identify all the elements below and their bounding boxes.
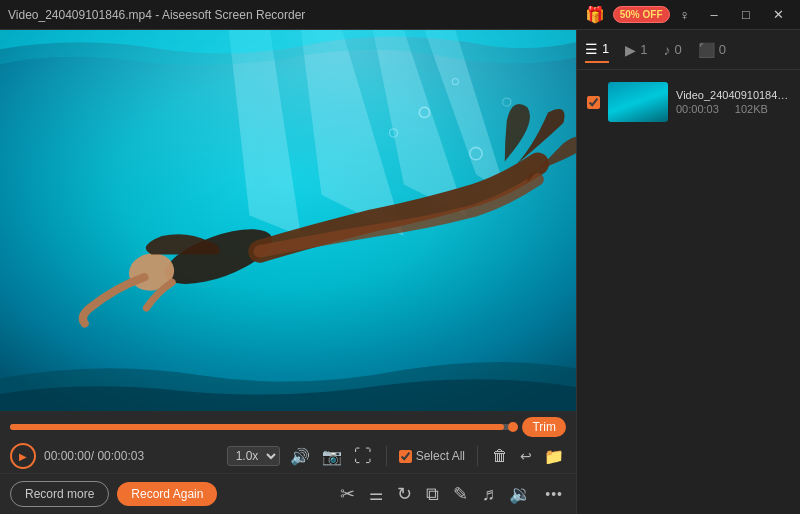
audio-tool-button[interactable]: ♬ (479, 481, 499, 508)
volume-button[interactable]: 🔊 (288, 445, 312, 468)
tab-video[interactable]: ☰ 1 (585, 37, 609, 63)
playback-row: ▶ 00:00:00/ 00:00:03 1.0x 0.5x 1.5x 2.0x… (10, 443, 566, 469)
titlebar-left: Video_240409101846.mp4 - Aiseesoft Scree… (8, 8, 305, 22)
play-icon: ▶ (19, 451, 27, 462)
tab-audio[interactable]: ♪ 0 (663, 38, 681, 62)
select-all-checkbox[interactable] (399, 450, 412, 463)
time-display: 00:00:00/ 00:00:03 (44, 449, 144, 463)
more-icon: ••• (545, 486, 563, 502)
volume-down-icon: 🔉 (509, 483, 531, 505)
rename-icon: ↩ (520, 448, 532, 464)
list-item[interactable]: Video_240409101846.mp4 00:00:03 102KB (583, 76, 794, 128)
delete-button[interactable]: 🗑 (490, 445, 510, 467)
video-area: Trim ▶ 00:00:00/ 00:00:03 1.0x 0.5x 1.5x… (0, 30, 576, 514)
volume-icon: 🔊 (290, 447, 310, 466)
maximize-button[interactable]: □ (732, 4, 760, 26)
underwater-scene (0, 30, 576, 411)
action-row: Record more Record Again ✂ ⚌ ↻ ⧉ ✎ ♬ 🔉 (0, 473, 576, 514)
file-duration: 00:00:03 (676, 103, 719, 115)
close-button[interactable]: ✕ (764, 4, 792, 26)
fullscreen-icon: ⛶ (354, 446, 372, 467)
file-list: Video_240409101846.mp4 00:00:03 102KB (577, 70, 800, 514)
file-name: Video_240409101846.mp4 (676, 89, 790, 101)
file-thumbnail (608, 82, 668, 122)
progress-thumb (508, 422, 518, 432)
speed-select[interactable]: 1.0x 0.5x 1.5x 2.0x (227, 446, 280, 466)
titlebar: Video_240409101846.mp4 - Aiseesoft Scree… (0, 0, 800, 30)
file-info: Video_240409101846.mp4 00:00:03 102KB (676, 89, 790, 115)
tab-audio-icon: ♪ (663, 42, 670, 58)
tab-image-icon: ⬛ (698, 42, 715, 58)
record-more-button[interactable]: Record more (10, 481, 109, 507)
promo-badge[interactable]: 50% OFF (613, 6, 670, 23)
camera-icon: 📷 (322, 447, 342, 466)
file-checkbox[interactable] (587, 96, 600, 109)
edit-icon: ✎ (453, 483, 468, 505)
cut-tool-button[interactable]: ✂ (337, 480, 358, 508)
user-icon[interactable]: ♀ (680, 7, 691, 23)
more-tool-button[interactable]: ••• (542, 483, 566, 505)
main-container: Trim ▶ 00:00:00/ 00:00:03 1.0x 0.5x 1.5x… (0, 30, 800, 514)
open-folder-button[interactable]: 📁 (542, 445, 566, 468)
tab-bar: ☰ 1 ▶ 1 ♪ 0 ⬛ 0 (577, 30, 800, 70)
select-all-area[interactable]: Select All (399, 449, 465, 463)
titlebar-right: 🎁 50% OFF ♀ – □ ✕ (585, 4, 792, 26)
progress-bar-container: Trim (10, 417, 566, 437)
app-title: Video_240409101846.mp4 - Aiseesoft Scree… (8, 8, 305, 22)
folder-icon: 📁 (544, 447, 564, 466)
video-player[interactable] (0, 30, 576, 411)
volume-tool-button[interactable]: 🔉 (506, 480, 534, 508)
file-size: 102KB (735, 103, 768, 115)
rotate-tool-button[interactable]: ↻ (394, 480, 415, 508)
play-button[interactable]: ▶ (10, 443, 36, 469)
trim-button[interactable]: Trim (522, 417, 566, 437)
file-meta: 00:00:03 102KB (676, 103, 790, 115)
audio-icon: ♬ (482, 484, 496, 505)
tab-image[interactable]: ⬛ 0 (698, 38, 726, 62)
copy-tool-button[interactable]: ⧉ (423, 481, 442, 508)
fullscreen-button[interactable]: ⛶ (352, 444, 374, 469)
minimize-button[interactable]: – (700, 4, 728, 26)
camera-button[interactable]: 📷 (320, 445, 344, 468)
delete-icon: 🗑 (492, 447, 508, 465)
copy-icon: ⧉ (426, 484, 439, 505)
cut-icon: ✂ (340, 483, 355, 505)
tab-play-icon: ▶ (625, 42, 636, 58)
progress-track[interactable] (10, 424, 514, 430)
split-icon: ⚌ (369, 485, 383, 504)
rename-button[interactable]: ↩ (518, 446, 534, 466)
tab-video-icon: ☰ (585, 41, 598, 57)
controls-area: Trim ▶ 00:00:00/ 00:00:03 1.0x 0.5x 1.5x… (0, 411, 576, 473)
tab-play[interactable]: ▶ 1 (625, 38, 647, 62)
edit-tool-button[interactable]: ✎ (450, 480, 471, 508)
rotate-icon: ↻ (397, 483, 412, 505)
right-panel: ☰ 1 ▶ 1 ♪ 0 ⬛ 0 (576, 30, 800, 514)
gift-icon: 🎁 (585, 5, 605, 24)
split-tool-button[interactable]: ⚌ (366, 482, 386, 507)
record-again-button[interactable]: Record Again (117, 482, 217, 506)
progress-fill (10, 424, 504, 430)
